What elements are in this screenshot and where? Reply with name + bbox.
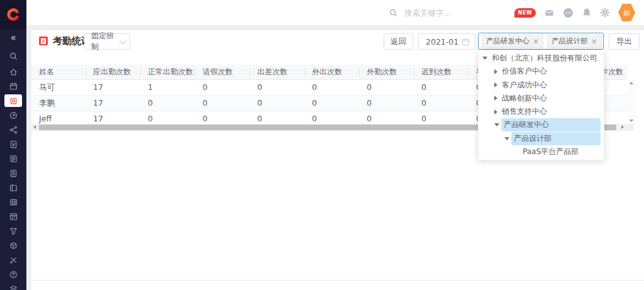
selected-tag[interactable]: 产品设计部× [547,35,602,48]
layers-icon[interactable] [4,284,22,290]
column-header: 出差次数 [250,65,304,79]
table-cell: 0 [304,80,359,95]
selected-tag[interactable]: 产品研发中心× [482,35,543,48]
back-button[interactable]: 返回 [384,33,413,50]
tag-remove-icon[interactable]: × [591,38,597,45]
topbar-actions: NEW 如 [514,0,635,25]
filter-icon[interactable] [4,226,22,236]
column-header: 外勤次数 [359,65,414,79]
id-card-icon[interactable] [4,197,22,207]
column-header: 应出勤次数 [86,65,140,79]
table-cell: 0 [140,111,195,125]
department-tree-dropdown: 和创（北京）科技股份有限公司价值客户中心客户成功中心战略创新中心销售支持中心产品… [478,50,604,160]
scroll-right-icon[interactable] [621,125,624,129]
tree-item-label: 产品设计部 [511,132,601,145]
table-cell: 0 [250,80,304,95]
scroll-left-icon[interactable] [33,125,36,129]
global-search [389,0,500,25]
search-icon [389,8,398,18]
table-cell: 0 [414,80,469,95]
shift-type-select[interactable]: 固定班制 [84,33,130,50]
avatar[interactable]: 如 [618,4,635,21]
sidebar-icon-list [0,67,26,290]
tree-item[interactable]: 和创（北京）科技股份有限公司 [479,52,604,65]
caret-right-icon[interactable] [494,109,497,114]
tree-item-label: 和创（北京）科技股份有限公司 [489,52,601,65]
caret-down-icon[interactable] [482,57,487,60]
sidebar: « [0,0,26,290]
bell-icon[interactable] [582,8,592,18]
chat-icon[interactable] [563,8,574,18]
table-cell: 1 [140,80,195,95]
caret-right-icon[interactable] [494,96,497,101]
doc-person-icon[interactable] [4,168,22,178]
column-header: 迟到次数 [414,65,469,79]
tree-item-label: 销售支持中心 [499,105,601,118]
home-icon[interactable] [4,67,22,77]
tree-item-label: 价值客户中心 [499,65,601,78]
caret-down-icon[interactable] [504,137,509,140]
tree-item[interactable]: 战略创新中心 [479,92,604,105]
tag-label: 产品研发中心 [486,36,530,46]
table-cell: 0 [195,80,250,95]
column-header: 姓名 [31,65,86,79]
org-network-icon[interactable] [4,125,22,135]
new-badge[interactable]: NEW [514,8,536,18]
cell-name: 马可 [31,80,86,95]
table-cell: 0 [304,111,359,125]
export-button[interactable]: 导出 [609,33,640,50]
column-header: 外出次数 [304,65,359,79]
tree-item[interactable]: 销售支持中心 [479,105,604,118]
page-title-icon [39,36,48,45]
table-cell: 0 [414,111,469,125]
table-cell: 0 [250,111,304,125]
table-cell: 0 [195,96,250,111]
finance-doc-icon[interactable] [4,139,22,149]
tree-item-label: 产品研发中心 [501,118,601,131]
package-icon[interactable] [4,240,22,250]
caret-down-icon[interactable] [494,123,499,126]
attendance-stamp-icon[interactable] [4,94,22,107]
tag-remove-icon[interactable]: × [533,38,539,45]
scroll-down-icon[interactable] [630,120,633,122]
vertical-scrollbar[interactable] [628,80,635,124]
sidebar-search-icon[interactable] [0,49,26,63]
logo-c-icon [6,8,20,21]
global-search-input[interactable] [403,8,500,18]
compass-icon[interactable] [4,110,22,120]
tree-item[interactable]: 产品研发中心 [479,118,604,131]
table-cell: 0 [304,96,359,111]
library-icon[interactable] [4,182,22,192]
chevron-down-icon [119,37,126,44]
app-logo[interactable] [0,0,26,29]
tools-icon[interactable] [4,255,22,265]
scroll-up-icon[interactable] [630,82,633,84]
caret-right-icon[interactable] [494,82,497,87]
caret-right-icon[interactable] [494,69,497,74]
department-multiselect[interactable]: 产品研发中心×产品设计部× [478,33,604,50]
table-cell: 17 [86,80,140,95]
doc-edit-icon[interactable] [4,153,22,164]
cell-name: 李鹏 [31,96,86,111]
table-cell: 0 [414,96,469,111]
collapse-sidebar-icon[interactable]: « [0,31,26,45]
tree-item[interactable]: 价值客户中心 [479,65,604,78]
tree-item[interactable]: 客户成功中心 [479,79,604,92]
table-cell: 17 [86,96,140,111]
table-cell: 0 [195,111,250,125]
table-cell: 0 [359,111,414,125]
table-cell: 0 [250,96,304,111]
tree-item[interactable]: PaaS平台产品部 [479,145,604,159]
table-cell: 17 [86,111,140,125]
column-header: 正常出勤次数 [140,65,195,79]
tree-item-label: 战略创新中心 [499,92,601,105]
tree-item[interactable]: 产品设计部 [479,132,604,145]
calendar-icon [462,38,470,46]
help-circle-icon[interactable] [4,269,22,279]
mail-icon[interactable] [544,8,555,18]
month-picker[interactable]: 2021-01 [418,33,475,50]
gear-icon[interactable] [600,8,610,18]
footer-divider [26,280,644,281]
schedule-icon[interactable] [4,211,22,221]
calendar-pen-icon[interactable] [4,81,22,91]
